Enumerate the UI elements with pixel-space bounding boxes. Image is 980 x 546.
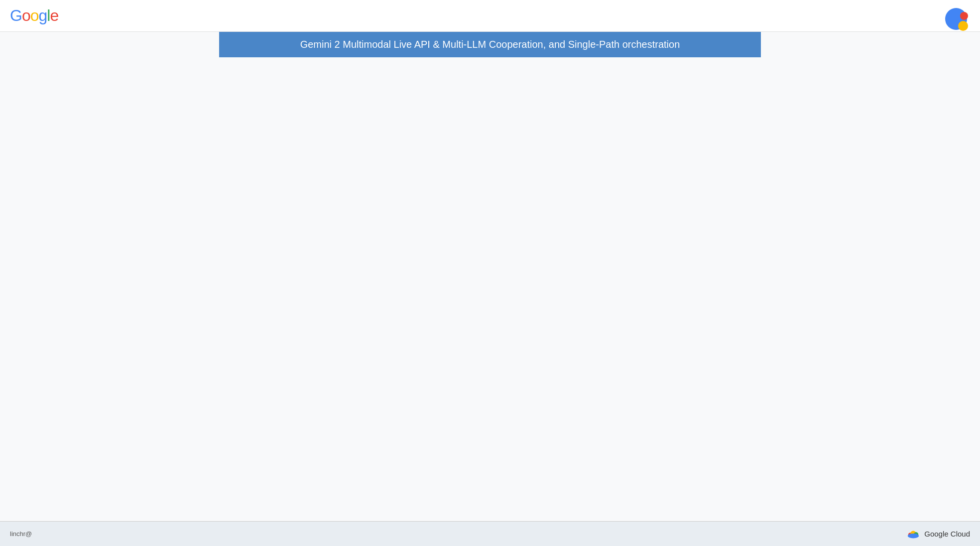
footer: linchr@ Google Cloud [0, 521, 980, 546]
logo-o2: o [30, 6, 39, 24]
title-text: Gemini 2 Multimodal Live API & Multi-LLM… [300, 39, 680, 50]
footer-user: linchr@ [10, 530, 32, 538]
logo-g: G [10, 6, 22, 24]
logo-o1: o [22, 6, 30, 24]
google-logo: Google [10, 6, 58, 25]
logo-g2: g [38, 6, 47, 24]
footer-gc: Google Cloud [906, 529, 970, 539]
assistant-circles [930, 5, 970, 45]
title-banner: Gemini 2 Multimodal Live API & Multi-LLM… [219, 32, 761, 57]
svg-point-64 [908, 534, 919, 538]
footer-cloud-icon [906, 529, 920, 539]
header: Google [0, 0, 980, 32]
title-banner-wrapper: Gemini 2 Multimodal Live API & Multi-LLM… [0, 32, 980, 57]
svg-point-2 [958, 21, 968, 31]
svg-point-1 [960, 12, 968, 20]
main-wrapper: Google Cloud [0, 57, 980, 521]
footer-gc-label: Google Cloud [924, 530, 970, 538]
logo-e: e [50, 6, 58, 24]
